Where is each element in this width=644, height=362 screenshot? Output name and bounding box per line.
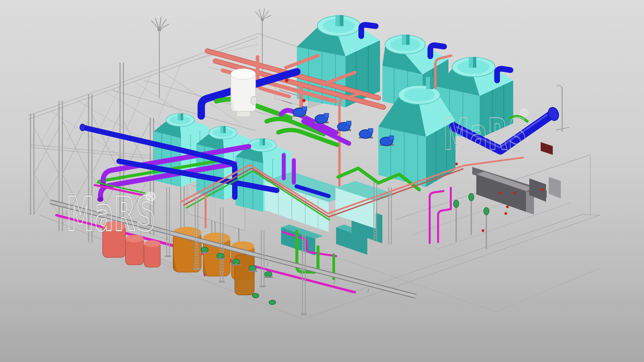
registered-mark: ® <box>519 106 531 119</box>
lightning-mast-left <box>152 17 169 97</box>
bim-3d-scene: MaRS MaRS ® MaRS MaRS ® <box>0 0 644 362</box>
blue-pump <box>315 113 329 123</box>
blue-pump <box>293 107 307 117</box>
inline-pump-risers <box>453 193 489 249</box>
salmon-tank <box>144 240 160 267</box>
registered-mark: ® <box>144 189 158 204</box>
watermark-left: MaRS MaRS ® <box>66 187 158 242</box>
watermark-right: MaRS MaRS ® <box>443 106 531 160</box>
expansion-tank-white <box>231 69 257 117</box>
model-viewport: MaRS MaRS ® MaRS MaRS ® <box>0 0 644 362</box>
orange-tank <box>203 233 230 276</box>
svg-text:MaRS: MaRS <box>66 187 156 242</box>
blue-pump <box>359 128 373 138</box>
svg-text:MaRS: MaRS <box>443 109 527 160</box>
